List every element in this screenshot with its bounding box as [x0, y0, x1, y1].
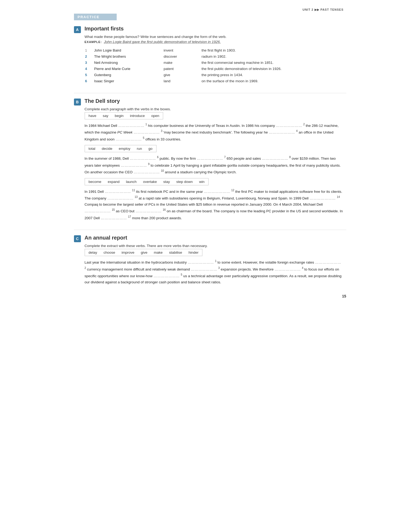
word-item: go [148, 147, 152, 151]
item-desc: radium in 1902. [199, 54, 343, 59]
section-a-instruction: What made these people famous? Write tru… [85, 35, 346, 39]
item-num: 4 [85, 66, 92, 72]
word-item: employ [119, 147, 131, 151]
example-text: John Logie Baird gave the first public d… [104, 40, 221, 44]
item-verb: patent [162, 66, 199, 72]
word-item: overtake [143, 180, 157, 184]
table-row: 5 Gutenberg give the printing press in 1… [85, 72, 343, 78]
para-b1: In 1984 Michael Dell ………………… 1 his compu… [85, 122, 343, 142]
section-badge-c: C [74, 235, 81, 242]
item-desc: the first flight in 1903. [199, 48, 343, 53]
item-num: 1 [85, 48, 92, 53]
word-item: make [154, 250, 163, 254]
item-verb: land [162, 78, 199, 84]
para-b3: In 1991 Dell ………………… 11 its first notebo… [85, 188, 343, 221]
item-verb: discover [162, 54, 199, 59]
section-c: C An annual report Complete the extract … [74, 235, 346, 285]
section-badge-a: A [74, 26, 81, 33]
word-item: say [103, 114, 108, 118]
table-row: 2 The Wright brothers discover radium in… [85, 54, 343, 59]
section-b-title: The Dell story [85, 98, 120, 104]
section-badge-b: B [74, 99, 81, 105]
item-name: John Logie Baird [92, 48, 161, 53]
word-item: expand [108, 180, 120, 184]
word-item: choose [104, 250, 115, 254]
word-item: hinder [189, 250, 199, 254]
word-item: win [199, 180, 205, 184]
item-verb: give [162, 72, 199, 78]
item-desc: the printing press in 1434. [199, 72, 343, 78]
word-item: give [141, 250, 147, 254]
item-num: 6 [85, 78, 92, 84]
word-box-b1: havesaybeginintroduceopen [85, 112, 163, 119]
item-name: Gutenberg [92, 72, 161, 78]
unit-header: UNIT 2 ▶▶ PAST TENSES [74, 8, 346, 11]
section-b: B The Dell story Complete each paragraph… [74, 98, 346, 221]
word-item: total [89, 147, 96, 151]
table-row: 4 Pierre and Marie Curie patent the firs… [85, 66, 343, 72]
unit-subtitle: PAST TENSES [320, 8, 344, 11]
item-name: The Wright brothers [92, 54, 161, 59]
word-item: become [89, 180, 101, 184]
item-verb: invent [162, 48, 199, 53]
table-row: 1 John Logie Baird invent the first flig… [85, 48, 343, 53]
section-c-instruction: Complete the extract with these verbs. T… [85, 244, 346, 248]
word-item: stay [163, 180, 170, 184]
para-c: Last year the international situation in… [85, 259, 343, 285]
unit-arrows: ▶▶ [315, 8, 320, 11]
practice-bar: PRACTICE [74, 14, 117, 20]
item-desc: on the surface of the moon in 1969. [199, 78, 343, 84]
word-box-b2: totaldecideemployrungo [85, 145, 156, 152]
word-item: run [137, 147, 142, 151]
example-label: EXAMPLE: [85, 40, 102, 44]
word-item: decide [102, 147, 112, 151]
section-c-title: An annual report [85, 235, 127, 241]
blank: ………………… [118, 124, 146, 128]
word-item: begin [115, 114, 124, 118]
word-item: delay [89, 250, 97, 254]
table-row: 3 Neil Armstrong make the first commerci… [85, 60, 343, 65]
word-box-b3: becomeexpandlaunchovertakestaystep downw… [85, 178, 209, 185]
word-item: launch [126, 180, 137, 184]
word-box-c: delaychooseimprovegivemakestabilisehinde… [85, 249, 203, 256]
word-item: step down [176, 180, 193, 184]
section-b-instruction: Complete each paragraph with the verbs i… [85, 107, 346, 111]
word-item: open [151, 114, 159, 118]
item-name: Neil Armstrong [92, 60, 161, 65]
item-num: 2 [85, 54, 92, 59]
example-line: EXAMPLE: John Logie Baird gave the first… [85, 40, 346, 44]
item-name: Pierre and Marie Curie [92, 66, 161, 72]
word-item: introduce [130, 114, 145, 118]
item-verb: make [162, 60, 199, 65]
section-a-title: Important firsts [85, 26, 124, 32]
section-a: A Important firsts What made these peopl… [74, 26, 346, 84]
item-name: Isaac Singer [92, 78, 161, 84]
item-desc: the first commercial sewing machine in 1… [199, 60, 343, 65]
para-b2: In the summer of 1988, Dell ………………… 6 pu… [85, 155, 343, 175]
word-item: improve [121, 250, 134, 254]
item-num: 5 [85, 72, 92, 78]
unit-text: UNIT 2 [303, 8, 313, 11]
word-item: have [89, 114, 96, 118]
item-num: 3 [85, 60, 92, 65]
word-item: stabilise [169, 250, 182, 254]
table-row: 6 Isaac Singer land on the surface of th… [85, 78, 343, 84]
items-table-a: 1 John Logie Baird invent the first flig… [85, 47, 343, 84]
item-desc: the first public demonstration of televi… [199, 66, 343, 72]
page-number: 15 [74, 294, 346, 298]
